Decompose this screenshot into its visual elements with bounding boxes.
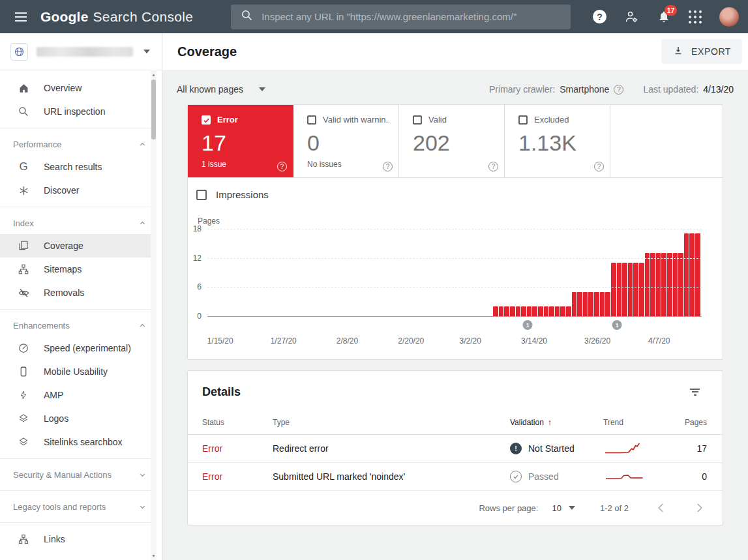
details-panel: Details Status Type Validation↑ Trend Pa… [187,370,723,525]
y-tick-label: 18 [193,224,202,233]
gridline [207,229,702,229]
checkbox-unchecked-icon[interactable] [307,115,316,125]
search-icon [241,9,253,24]
status-card-error[interactable]: Error 17 1 issue ? [188,105,293,177]
column-type: Type [273,418,510,427]
help-icon[interactable]: ? [593,10,606,23]
sidebar-nav: Overview URL inspection Performance G Se… [0,70,162,560]
rows-per-page-dropdown[interactable]: 10 [552,503,575,513]
help-circle-icon[interactable]: ? [383,162,393,171]
rows-per-page-label: Rows per page: [479,503,538,513]
divider [0,128,151,128]
x-tick-label: 3/2/20 [460,336,481,346]
gauge-icon [17,342,30,355]
sidebar-item-logos[interactable]: Logos [0,407,151,430]
scroll-down-arrow-icon[interactable]: ▼ [151,553,157,559]
chevron-down-icon [138,471,147,479]
chart-bar [566,306,571,316]
x-tick-label: 3/26/20 [584,336,610,346]
section-index[interactable]: Index [0,212,151,234]
section-performance[interactable]: Performance [0,133,151,155]
sidebar-item-removals[interactable]: Removals [0,281,151,304]
chart-bar [504,306,509,316]
sidebar-item-overview[interactable]: Overview [0,76,151,100]
divider [0,522,151,523]
table-row[interactable]: Error Redirect error ! Not Started 17 [188,435,723,463]
app-window: Google Search Console ? 17 [0,0,748,560]
eye-off-icon [17,286,30,299]
scrollbar-thumb[interactable] [151,80,156,140]
passed-check-icon [510,471,522,482]
status-cards: Error 17 1 issue ? Valid with warnin... [188,105,723,178]
chart-annotation-marker[interactable]: 1 [612,320,622,330]
x-tick-label: 3/14/20 [521,336,547,346]
hamburger-icon[interactable] [8,4,34,30]
table-row[interactable]: Error Submitted URL marked 'noindex' Pas… [188,463,723,491]
checkbox-unchecked-icon[interactable] [518,115,528,125]
scroll-up-arrow-icon[interactable]: ▲ [151,72,157,78]
column-validation-sort[interactable]: Validation↑ [510,417,603,427]
row-status: Error [202,443,273,454]
sidebar-item-search-results[interactable]: G Search results [0,155,151,179]
next-page-icon[interactable] [690,499,708,517]
section-security-manual-actions[interactable]: Security & Manual Actions [0,464,151,486]
sidebar-item-coverage[interactable]: Coverage [0,234,151,258]
status-card-valid[interactable]: Valid 202 ? [399,105,505,177]
main-area: Coverage EXPORT All known pages Primary … [162,33,748,560]
filter-icon[interactable] [687,384,702,400]
row-status: Error [202,471,273,482]
export-button[interactable]: EXPORT [661,39,742,64]
sidebar-item-sitemaps[interactable]: Sitemaps [0,258,151,281]
checkbox-checked-icon[interactable] [202,115,211,125]
sidebar-item-mobile-usability[interactable]: Mobile Usability [0,360,151,383]
previous-page-icon[interactable] [652,499,670,517]
checkbox-unchecked-icon[interactable] [413,115,422,125]
help-circle-icon[interactable]: ? [488,162,498,171]
chart-annotation-marker[interactable]: 1 [523,320,533,330]
property-name-blurred [37,47,133,57]
avatar[interactable] [719,7,739,27]
x-tick-label: 2/20/20 [398,336,424,346]
sidebar-item-links[interactable]: Links [0,527,151,551]
checkbox-unchecked-icon[interactable] [196,190,207,200]
impressions-checkbox[interactable]: Impressions [196,189,702,200]
sidebar-item-url-inspection[interactable]: URL inspection [0,100,151,123]
chart-bar [521,306,526,316]
help-circle-icon[interactable]: ? [594,162,604,171]
pages-icon [17,239,30,252]
pagination-range: 1-2 of 2 [600,503,629,513]
sidebar-item-speed[interactable]: Speed (experimental) [0,336,151,360]
help-circle-icon[interactable]: ? [277,162,287,171]
apps-grid-icon[interactable] [689,10,702,23]
chart-bar [667,253,672,316]
chart-bar [493,306,498,316]
details-title: Details [202,385,241,399]
chart-bar [650,253,655,316]
column-status: Status [202,418,273,427]
notification-badge: 17 [665,5,677,16]
notifications-bell-icon[interactable]: 17 [657,10,671,24]
chart-bars [493,229,700,316]
help-circle-icon[interactable]: ? [614,85,623,95]
property-selector[interactable] [0,33,162,70]
page-scope-dropdown[interactable]: All known pages [177,84,265,95]
chart-bar [560,306,565,316]
x-tick-label: 1/15/20 [207,336,233,346]
sidebar-item-sitelinks-searchbox[interactable]: Sitelinks searchbox [0,430,151,454]
sidebar-scrollbar[interactable]: ▲ ▼ [151,71,157,560]
user-settings-icon[interactable] [624,9,639,24]
chart-bar [572,292,577,316]
table-header: Status Type Validation↑ Trend Pages [188,411,723,435]
section-legacy-tools[interactable]: Legacy tools and reports [0,495,151,518]
chevron-up-icon [138,140,147,149]
gridline [207,287,702,287]
url-inspect-searchbox[interactable] [231,5,571,29]
magnifier-icon [17,105,30,118]
status-card-excluded[interactable]: Excluded 1.13K ? [505,105,610,177]
sidebar-item-discover[interactable]: Discover [0,179,151,202]
section-enhancements[interactable]: Enhancements [0,314,151,336]
search-input[interactable] [262,11,561,22]
chart-bar [695,233,700,316]
sidebar-item-amp[interactable]: AMP [0,383,151,407]
status-card-valid-with-warnings[interactable]: Valid with warnin... 0 No issues ? [293,105,399,177]
